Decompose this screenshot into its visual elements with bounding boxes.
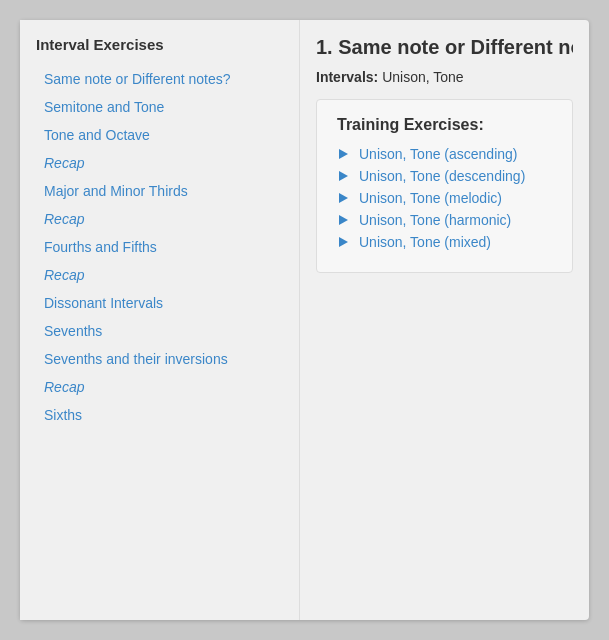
intervals-label: Intervals: Unison, Tone [316,69,573,85]
sidebar-link-recap-4[interactable]: Recap [44,379,84,395]
sidebar-item-major-minor-thirds[interactable]: Major and Minor Thirds [36,177,299,205]
sidebar-link-sevenths-inversions[interactable]: Sevenths and their inversions [44,351,228,367]
svg-marker-0 [339,149,348,159]
exercise-link-ascending[interactable]: Unison, Tone (ascending) [359,146,518,162]
sidebar-title: Interval Exercises [36,36,299,53]
sidebar-item-sixths[interactable]: Sixths [36,401,299,429]
main-content: 1. Same note or Different not Intervals:… [300,20,589,620]
exercise-link-harmonic[interactable]: Unison, Tone (harmonic) [359,212,511,228]
play-icon [337,169,351,183]
list-item: Unison, Tone (harmonic) [337,212,552,228]
exercise-link-melodic[interactable]: Unison, Tone (melodic) [359,190,502,206]
intervals-value: Unison, Tone [382,69,463,85]
sidebar-link-dissonant-intervals[interactable]: Dissonant Intervals [44,295,163,311]
svg-marker-3 [339,215,348,225]
sidebar-item-recap-3[interactable]: Recap [36,261,299,289]
sidebar-item-sevenths-inversions[interactable]: Sevenths and their inversions [36,345,299,373]
play-icon [337,213,351,227]
intervals-prefix: Intervals: [316,69,378,85]
sidebar-link-recap-1[interactable]: Recap [44,155,84,171]
svg-marker-4 [339,237,348,247]
sidebar-item-sevenths[interactable]: Sevenths [36,317,299,345]
training-list: Unison, Tone (ascending)Unison, Tone (de… [337,146,552,250]
play-icon [337,235,351,249]
page-title: 1. Same note or Different not [316,36,573,59]
sidebar-link-sixths[interactable]: Sixths [44,407,82,423]
sidebar-link-recap-3[interactable]: Recap [44,267,84,283]
training-box: Training Exercises: Unison, Tone (ascend… [316,99,573,273]
list-item: Unison, Tone (descending) [337,168,552,184]
sidebar-item-dissonant-intervals[interactable]: Dissonant Intervals [36,289,299,317]
play-icon [337,191,351,205]
svg-marker-1 [339,171,348,181]
exercise-link-mixed[interactable]: Unison, Tone (mixed) [359,234,491,250]
sidebar-link-same-note[interactable]: Same note or Different notes? [44,71,231,87]
sidebar-link-sevenths[interactable]: Sevenths [44,323,102,339]
list-item: Unison, Tone (mixed) [337,234,552,250]
play-icon [337,147,351,161]
sidebar-link-recap-2[interactable]: Recap [44,211,84,227]
sidebar-item-fourths-fifths[interactable]: Fourths and Fifths [36,233,299,261]
sidebar-item-recap-4[interactable]: Recap [36,373,299,401]
svg-marker-2 [339,193,348,203]
sidebar-item-recap-1[interactable]: Recap [36,149,299,177]
sidebar: Interval Exercises Same note or Differen… [20,20,300,620]
sidebar-item-same-note[interactable]: Same note or Different notes? [36,65,299,93]
sidebar-item-recap-2[interactable]: Recap [36,205,299,233]
sidebar-link-major-minor-thirds[interactable]: Major and Minor Thirds [44,183,188,199]
list-item: Unison, Tone (ascending) [337,146,552,162]
sidebar-item-tone-octave[interactable]: Tone and Octave [36,121,299,149]
list-item: Unison, Tone (melodic) [337,190,552,206]
sidebar-link-fourths-fifths[interactable]: Fourths and Fifths [44,239,157,255]
sidebar-item-semitone-tone[interactable]: Semitone and Tone [36,93,299,121]
exercise-link-descending[interactable]: Unison, Tone (descending) [359,168,525,184]
sidebar-link-tone-octave[interactable]: Tone and Octave [44,127,150,143]
training-title: Training Exercises: [337,116,552,134]
sidebar-link-semitone-tone[interactable]: Semitone and Tone [44,99,164,115]
